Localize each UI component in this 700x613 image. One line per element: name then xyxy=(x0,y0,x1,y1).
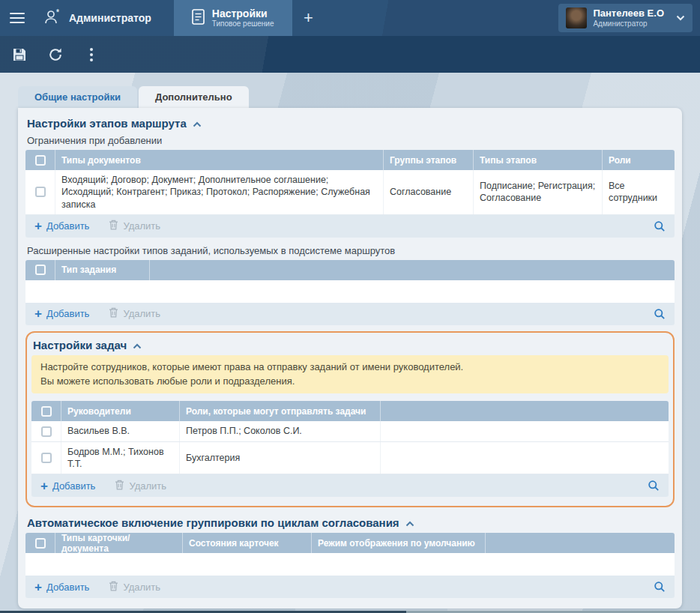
tab-settings-subtitle: Типовое решение xyxy=(212,19,274,28)
task-types-table: Тип задания + Добавить Удалить xyxy=(25,260,675,325)
column-header[interactable]: Типы документов xyxy=(55,150,384,170)
tasks-info-message: Настройте сотрудников, которые имеют пра… xyxy=(31,355,669,394)
table-row[interactable]: Васильев В.В. Петров П.П.; Соколов С.И. xyxy=(31,421,669,441)
table-footer: + Добавить Удалить xyxy=(25,576,675,598)
trash-icon xyxy=(109,220,118,232)
settings-tabs: Общие настройки Дополнительно xyxy=(18,86,682,108)
table-header-row: Руководители Роли, которые могут отправл… xyxy=(31,401,669,421)
add-button[interactable]: + Добавить xyxy=(34,220,89,232)
plus-icon: + xyxy=(34,307,42,320)
section-route-stages-header[interactable]: Настройки этапов маршрута xyxy=(25,111,203,133)
trash-icon xyxy=(115,480,124,492)
section-tasks-highlighted: Настройки задач Настройте сотрудников, к… xyxy=(25,331,675,507)
delete-button[interactable]: Удалить xyxy=(109,307,160,320)
restrictions-label: Ограничения при добавлении xyxy=(25,133,675,150)
table-header-row: Типы карточки/документа Состояния карточ… xyxy=(25,533,675,553)
column-header[interactable]: Руководители xyxy=(61,401,180,421)
kebab-menu-icon[interactable] xyxy=(78,41,105,68)
titlebar: * Администратор Настройки Типовое решени… xyxy=(0,0,700,36)
document-icon xyxy=(192,9,205,27)
table-row[interactable]: Бодров М.М.; Тихонов Т.Т. Бухгалтерия xyxy=(31,442,669,475)
plus-icon: + xyxy=(34,581,42,594)
select-all-checkbox[interactable] xyxy=(35,265,46,275)
cell-stage-types: Подписание; Регистрация; Согласование xyxy=(474,170,603,214)
search-icon[interactable] xyxy=(654,581,666,593)
avatar xyxy=(566,7,587,28)
select-all-checkbox[interactable] xyxy=(41,406,52,417)
search-icon[interactable] xyxy=(648,480,660,492)
column-header[interactable]: Тип задания xyxy=(55,260,150,280)
column-header[interactable]: Типы карточки/документа xyxy=(55,533,183,553)
delete-button[interactable]: Удалить xyxy=(115,480,166,492)
chevron-up-icon xyxy=(405,516,414,529)
user-menu[interactable]: Пантелеев Е.О Администратор xyxy=(558,4,693,32)
select-all-checkbox[interactable] xyxy=(35,155,46,166)
user-asterisk-icon: * xyxy=(43,9,61,28)
column-header[interactable]: Роли xyxy=(603,150,675,170)
chevron-up-icon xyxy=(133,339,142,351)
column-header-empty xyxy=(486,533,675,553)
row-checkbox[interactable] xyxy=(41,426,52,437)
extended-settings-label: Расширенные настройки типов заданий, исп… xyxy=(25,244,675,260)
cell-roles: Бухгалтерия xyxy=(180,442,381,474)
new-tab-button[interactable]: + xyxy=(292,0,325,36)
add-button[interactable]: + Добавить xyxy=(34,581,89,594)
save-icon[interactable] xyxy=(6,41,33,68)
add-button[interactable]: + Добавить xyxy=(40,480,95,492)
section-tasks-header[interactable]: Настройки задач xyxy=(31,333,143,355)
restrictions-table: Типы документов Группы этапов Типы этапо… xyxy=(25,150,675,238)
plus-icon: + xyxy=(40,480,48,492)
tab-general-settings[interactable]: Общие настройки xyxy=(18,86,137,108)
empty-table-row xyxy=(25,553,675,576)
chevron-down-icon xyxy=(676,15,685,21)
tab-additional[interactable]: Дополнительно xyxy=(139,86,249,108)
info-line-1: Настройте сотрудников, которые имеют пра… xyxy=(40,360,660,375)
row-checkbox[interactable] xyxy=(35,187,46,197)
table-row[interactable]: Входящий; Договор; Документ; Дополнитель… xyxy=(25,170,675,215)
column-header[interactable]: Режим отображения по умолчанию xyxy=(312,533,486,553)
tab-settings-label: Настройки xyxy=(212,7,274,20)
toolbar xyxy=(0,36,700,73)
table-header-row: Тип задания xyxy=(25,260,675,280)
cell-stage-groups: Согласование xyxy=(384,170,474,214)
column-header-empty xyxy=(381,401,669,421)
tasks-table: Руководители Роли, которые могут отправл… xyxy=(31,401,669,497)
table-header-row: Типы документов Группы этапов Типы этапо… xyxy=(25,150,675,170)
user-role: Администратор xyxy=(593,19,647,29)
section-grouping-header[interactable]: Автоматическое включение группировки по … xyxy=(25,510,416,533)
column-header-empty xyxy=(150,260,675,280)
delete-button[interactable]: Удалить xyxy=(109,581,160,594)
content-area: Общие настройки Дополнительно Настройки … xyxy=(0,73,700,613)
row-checkbox[interactable] xyxy=(41,453,52,463)
grouping-table: Типы карточки/документа Состояния карточ… xyxy=(25,533,675,598)
cell-doc-types: Входящий; Договор; Документ; Дополнитель… xyxy=(55,170,384,214)
chevron-up-icon xyxy=(193,117,202,130)
table-footer: + Добавить Удалить xyxy=(25,303,675,325)
search-icon[interactable] xyxy=(654,308,666,320)
delete-button[interactable]: Удалить xyxy=(109,220,160,232)
hamburger-menu-icon[interactable] xyxy=(0,0,34,36)
trash-icon xyxy=(109,581,118,594)
user-name: Пантелеев Е.О xyxy=(593,7,664,19)
settings-panel: Настройки этапов маршрута Ограничения пр… xyxy=(18,108,682,609)
cell-roles: Все сотрудники xyxy=(603,170,675,214)
add-button[interactable]: + Добавить xyxy=(34,307,89,320)
plus-icon: + xyxy=(34,220,42,232)
info-line-2: Вы можете использовать любые роли и подр… xyxy=(40,375,660,389)
refresh-icon[interactable] xyxy=(42,41,69,68)
cell-managers: Бодров М.М.; Тихонов Т.Т. xyxy=(61,442,180,474)
column-header[interactable]: Группы этапов xyxy=(384,150,474,170)
column-header[interactable]: Состояния карточек xyxy=(183,533,312,553)
cell-roles: Петров П.П.; Соколов С.И. xyxy=(180,421,381,441)
search-icon[interactable] xyxy=(654,220,666,232)
column-header[interactable]: Роли, которые могут отправлять задачи xyxy=(180,401,381,421)
cell-managers: Васильев В.В. xyxy=(61,421,180,441)
column-header[interactable]: Типы этапов xyxy=(474,150,603,170)
app-window: * Администратор Настройки Типовое решени… xyxy=(0,0,700,613)
svg-text:*: * xyxy=(56,9,59,16)
tab-settings-active[interactable]: Настройки Типовое решение xyxy=(174,0,292,36)
table-footer: + Добавить Удалить xyxy=(31,474,669,497)
table-footer: + Добавить Удалить xyxy=(25,215,675,238)
tab-administrator[interactable]: * Администратор xyxy=(34,0,174,36)
select-all-checkbox[interactable] xyxy=(35,538,46,549)
